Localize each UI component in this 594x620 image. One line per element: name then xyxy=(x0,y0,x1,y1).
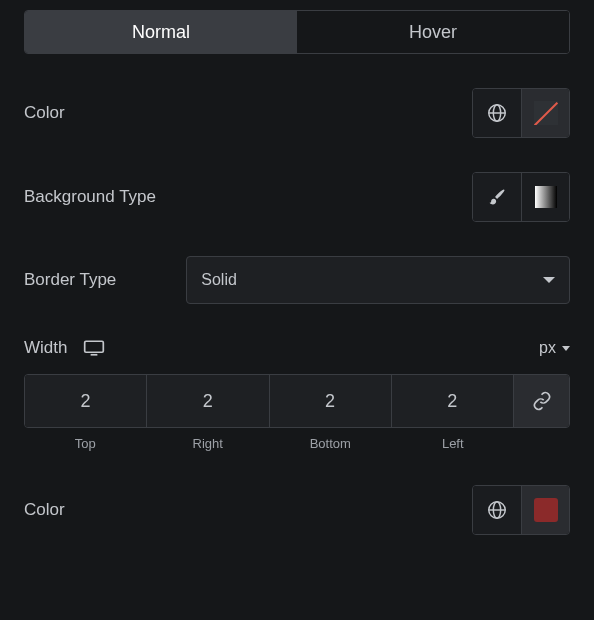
background-type-controls xyxy=(472,172,570,222)
tab-normal[interactable]: Normal xyxy=(25,11,297,53)
tab-hover[interactable]: Hover xyxy=(297,11,569,53)
color-swatch xyxy=(534,498,558,522)
border-color-global-button[interactable] xyxy=(473,486,521,534)
width-link-button[interactable] xyxy=(513,375,569,427)
globe-icon xyxy=(486,102,508,124)
width-left-label: Left xyxy=(392,436,515,451)
border-color-swatch-button[interactable] xyxy=(521,486,569,534)
border-type-select[interactable]: Solid xyxy=(186,256,570,304)
background-classic-button[interactable] xyxy=(473,173,521,221)
color-row: Color xyxy=(24,88,570,138)
width-bottom-label: Bottom xyxy=(269,436,392,451)
width-top-input[interactable]: 2 xyxy=(25,375,146,427)
link-icon xyxy=(532,391,552,411)
no-color-swatch xyxy=(534,101,558,125)
width-inputs: 2 2 2 2 xyxy=(24,374,570,428)
border-type-label: Border Type xyxy=(24,270,116,290)
width-label: Width xyxy=(24,338,67,358)
width-top-label: Top xyxy=(24,436,147,451)
gradient-icon xyxy=(535,186,557,208)
width-unit-value: px xyxy=(539,339,556,357)
responsive-button[interactable] xyxy=(83,339,105,357)
width-right-input[interactable]: 2 xyxy=(146,375,268,427)
border-type-row: Border Type Solid xyxy=(24,256,570,304)
border-color-controls xyxy=(472,485,570,535)
width-bottom-input[interactable]: 2 xyxy=(269,375,391,427)
border-type-value: Solid xyxy=(201,271,237,289)
svg-rect-3 xyxy=(85,341,104,352)
color-global-button[interactable] xyxy=(473,89,521,137)
desktop-icon xyxy=(83,339,105,357)
color-label: Color xyxy=(24,103,65,123)
background-type-row: Background Type xyxy=(24,172,570,222)
width-labels: Top Right Bottom Left xyxy=(24,436,570,451)
state-tabs[interactable]: Normal Hover xyxy=(24,10,570,54)
border-color-row: Color xyxy=(24,485,570,535)
background-gradient-button[interactable] xyxy=(521,173,569,221)
color-swatch-button[interactable] xyxy=(521,89,569,137)
background-type-label: Background Type xyxy=(24,187,156,207)
chevron-down-icon xyxy=(543,277,555,283)
width-unit-toggle[interactable]: px xyxy=(539,339,570,357)
width-left-input[interactable]: 2 xyxy=(391,375,513,427)
globe-icon xyxy=(486,499,508,521)
width-header: Width px xyxy=(24,338,570,358)
color-controls xyxy=(472,88,570,138)
brush-icon xyxy=(487,187,507,207)
chevron-down-icon xyxy=(562,346,570,351)
border-color-label: Color xyxy=(24,500,65,520)
width-right-label: Right xyxy=(147,436,270,451)
